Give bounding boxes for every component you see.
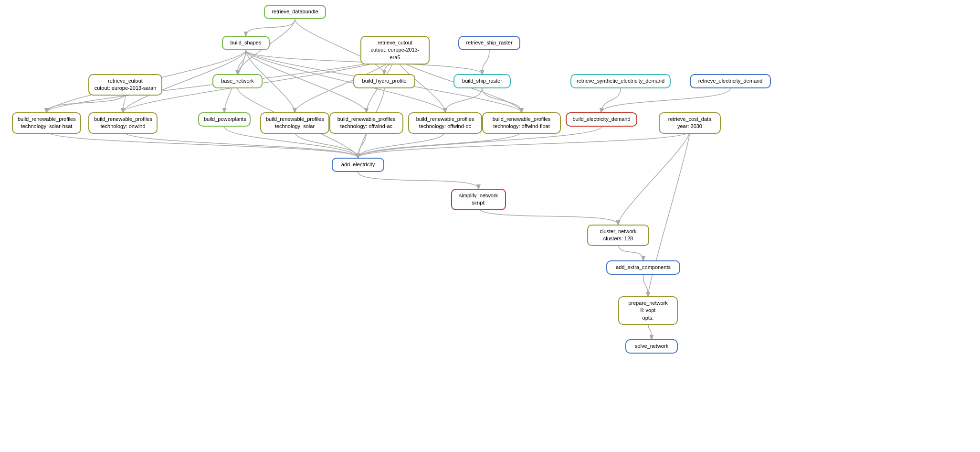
node-base_network: base_network xyxy=(212,74,263,88)
edge-layer xyxy=(0,0,980,452)
node-build_electricity_demand: build_electricity_demand xyxy=(566,112,637,127)
node-cluster_network: cluster_network clusters: 128 xyxy=(587,225,649,246)
node-build_renewable_onwind: build_renewable_profiles technology: onw… xyxy=(88,112,158,134)
node-retrieve_cutout_era5: retrieve_cutout cutout: europe-2013-era5 xyxy=(360,36,430,65)
node-build_powerplants: build_powerplants xyxy=(198,112,251,127)
dag-graph: retrieve_databundlebuild_shapesretrieve_… xyxy=(0,0,980,452)
node-add_extra_components: add_extra_components xyxy=(606,260,680,275)
node-build_renewable_offwind_dc: build_renewable_profiles technology: off… xyxy=(408,112,482,134)
node-build_shapes: build_shapes xyxy=(222,36,270,50)
node-retrieve_cost_data: retrieve_cost_data year: 2030 xyxy=(659,112,721,134)
node-retrieve_ship_raster: retrieve_ship_raster xyxy=(458,36,520,50)
node-build_renewable_offwind_float: build_renewable_profiles technology: off… xyxy=(482,112,561,134)
node-build_renewable_offwind_ac: build_renewable_profiles technology: off… xyxy=(329,112,403,134)
node-simplify_network: simplify_network simpl: xyxy=(451,189,506,210)
node-build_renewable_solar_hsat: build_renewable_profiles technology: sol… xyxy=(12,112,81,134)
node-build_renewable_solar: build_renewable_profiles technology: sol… xyxy=(260,112,329,134)
node-add_electricity: add_electricity xyxy=(332,158,384,172)
node-solve_network: solve_network xyxy=(625,339,678,354)
node-prepare_network: prepare_network ll: vopt opts: xyxy=(618,296,678,325)
node-retrieve_cutout_sarah: retrieve_cutout cutout: europe-2013-sara… xyxy=(88,74,162,96)
node-retrieve_electricity_demand: retrieve_electricity_demand xyxy=(690,74,771,88)
node-build_hydro_profile: build_hydro_profile xyxy=(353,74,415,88)
node-retrieve_databundle: retrieve_databundle xyxy=(264,5,326,19)
node-build_ship_raster: build_ship_raster xyxy=(453,74,511,88)
node-retrieve_synthetic_elec: retrieve_synthetic_electricity_demand xyxy=(570,74,671,88)
